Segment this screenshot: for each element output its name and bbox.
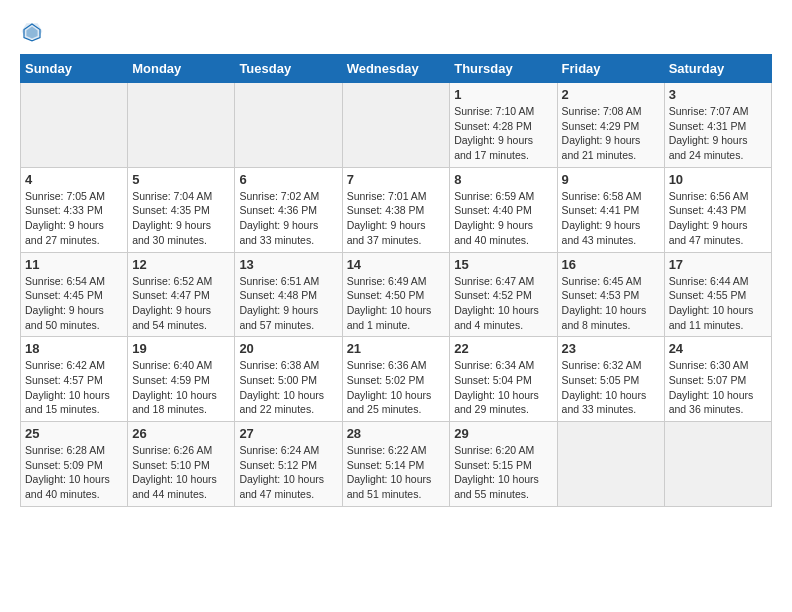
day-number: 28 — [347, 426, 446, 441]
day-info: Sunrise: 6:26 AMSunset: 5:10 PMDaylight:… — [132, 443, 230, 502]
day-number: 6 — [239, 172, 337, 187]
day-info: Sunrise: 6:32 AMSunset: 5:05 PMDaylight:… — [562, 358, 660, 417]
calendar-header-sunday: Sunday — [21, 55, 128, 83]
calendar-cell: 29Sunrise: 6:20 AMSunset: 5:15 PMDayligh… — [450, 422, 557, 507]
calendar-cell: 16Sunrise: 6:45 AMSunset: 4:53 PMDayligh… — [557, 252, 664, 337]
calendar-week-1: 1Sunrise: 7:10 AMSunset: 4:28 PMDaylight… — [21, 83, 772, 168]
calendar-header-tuesday: Tuesday — [235, 55, 342, 83]
calendar-cell: 21Sunrise: 6:36 AMSunset: 5:02 PMDayligh… — [342, 337, 450, 422]
calendar-cell: 6Sunrise: 7:02 AMSunset: 4:36 PMDaylight… — [235, 167, 342, 252]
calendar-cell: 25Sunrise: 6:28 AMSunset: 5:09 PMDayligh… — [21, 422, 128, 507]
day-info: Sunrise: 7:02 AMSunset: 4:36 PMDaylight:… — [239, 189, 337, 248]
day-number: 11 — [25, 257, 123, 272]
calendar-cell: 4Sunrise: 7:05 AMSunset: 4:33 PMDaylight… — [21, 167, 128, 252]
day-number: 20 — [239, 341, 337, 356]
calendar-cell: 20Sunrise: 6:38 AMSunset: 5:00 PMDayligh… — [235, 337, 342, 422]
day-number: 14 — [347, 257, 446, 272]
calendar-header-row: SundayMondayTuesdayWednesdayThursdayFrid… — [21, 55, 772, 83]
calendar-cell: 10Sunrise: 6:56 AMSunset: 4:43 PMDayligh… — [664, 167, 771, 252]
calendar-cell: 11Sunrise: 6:54 AMSunset: 4:45 PMDayligh… — [21, 252, 128, 337]
calendar-cell: 19Sunrise: 6:40 AMSunset: 4:59 PMDayligh… — [128, 337, 235, 422]
calendar-cell: 12Sunrise: 6:52 AMSunset: 4:47 PMDayligh… — [128, 252, 235, 337]
calendar-cell: 24Sunrise: 6:30 AMSunset: 5:07 PMDayligh… — [664, 337, 771, 422]
day-number: 22 — [454, 341, 552, 356]
day-number: 18 — [25, 341, 123, 356]
calendar-cell: 1Sunrise: 7:10 AMSunset: 4:28 PMDaylight… — [450, 83, 557, 168]
calendar-cell: 26Sunrise: 6:26 AMSunset: 5:10 PMDayligh… — [128, 422, 235, 507]
day-number: 29 — [454, 426, 552, 441]
calendar-header-thursday: Thursday — [450, 55, 557, 83]
header — [20, 20, 772, 44]
logo — [20, 20, 48, 44]
calendar-cell: 14Sunrise: 6:49 AMSunset: 4:50 PMDayligh… — [342, 252, 450, 337]
day-number: 7 — [347, 172, 446, 187]
day-number: 24 — [669, 341, 767, 356]
calendar-header-saturday: Saturday — [664, 55, 771, 83]
day-info: Sunrise: 6:42 AMSunset: 4:57 PMDaylight:… — [25, 358, 123, 417]
day-info: Sunrise: 6:28 AMSunset: 5:09 PMDaylight:… — [25, 443, 123, 502]
calendar-week-4: 18Sunrise: 6:42 AMSunset: 4:57 PMDayligh… — [21, 337, 772, 422]
day-info: Sunrise: 6:34 AMSunset: 5:04 PMDaylight:… — [454, 358, 552, 417]
day-info: Sunrise: 6:44 AMSunset: 4:55 PMDaylight:… — [669, 274, 767, 333]
day-info: Sunrise: 6:38 AMSunset: 5:00 PMDaylight:… — [239, 358, 337, 417]
day-info: Sunrise: 6:54 AMSunset: 4:45 PMDaylight:… — [25, 274, 123, 333]
day-info: Sunrise: 7:10 AMSunset: 4:28 PMDaylight:… — [454, 104, 552, 163]
calendar-cell: 28Sunrise: 6:22 AMSunset: 5:14 PMDayligh… — [342, 422, 450, 507]
calendar-cell — [128, 83, 235, 168]
calendar-cell — [235, 83, 342, 168]
calendar-cell: 27Sunrise: 6:24 AMSunset: 5:12 PMDayligh… — [235, 422, 342, 507]
calendar-cell: 23Sunrise: 6:32 AMSunset: 5:05 PMDayligh… — [557, 337, 664, 422]
day-info: Sunrise: 6:56 AMSunset: 4:43 PMDaylight:… — [669, 189, 767, 248]
day-info: Sunrise: 6:52 AMSunset: 4:47 PMDaylight:… — [132, 274, 230, 333]
day-number: 12 — [132, 257, 230, 272]
calendar-cell: 3Sunrise: 7:07 AMSunset: 4:31 PMDaylight… — [664, 83, 771, 168]
day-number: 5 — [132, 172, 230, 187]
day-info: Sunrise: 6:24 AMSunset: 5:12 PMDaylight:… — [239, 443, 337, 502]
day-number: 8 — [454, 172, 552, 187]
calendar-cell: 7Sunrise: 7:01 AMSunset: 4:38 PMDaylight… — [342, 167, 450, 252]
day-number: 13 — [239, 257, 337, 272]
logo-icon — [20, 20, 44, 44]
calendar-cell: 5Sunrise: 7:04 AMSunset: 4:35 PMDaylight… — [128, 167, 235, 252]
day-number: 10 — [669, 172, 767, 187]
calendar-week-5: 25Sunrise: 6:28 AMSunset: 5:09 PMDayligh… — [21, 422, 772, 507]
calendar-cell — [557, 422, 664, 507]
calendar-week-2: 4Sunrise: 7:05 AMSunset: 4:33 PMDaylight… — [21, 167, 772, 252]
calendar-week-3: 11Sunrise: 6:54 AMSunset: 4:45 PMDayligh… — [21, 252, 772, 337]
calendar-header-monday: Monday — [128, 55, 235, 83]
day-number: 2 — [562, 87, 660, 102]
day-number: 1 — [454, 87, 552, 102]
day-number: 4 — [25, 172, 123, 187]
day-number: 26 — [132, 426, 230, 441]
day-info: Sunrise: 6:30 AMSunset: 5:07 PMDaylight:… — [669, 358, 767, 417]
day-info: Sunrise: 6:45 AMSunset: 4:53 PMDaylight:… — [562, 274, 660, 333]
calendar-cell: 22Sunrise: 6:34 AMSunset: 5:04 PMDayligh… — [450, 337, 557, 422]
calendar-header-friday: Friday — [557, 55, 664, 83]
day-info: Sunrise: 6:22 AMSunset: 5:14 PMDaylight:… — [347, 443, 446, 502]
day-info: Sunrise: 6:40 AMSunset: 4:59 PMDaylight:… — [132, 358, 230, 417]
day-number: 23 — [562, 341, 660, 356]
day-number: 21 — [347, 341, 446, 356]
day-number: 19 — [132, 341, 230, 356]
day-info: Sunrise: 6:47 AMSunset: 4:52 PMDaylight:… — [454, 274, 552, 333]
calendar-cell — [342, 83, 450, 168]
calendar-cell: 18Sunrise: 6:42 AMSunset: 4:57 PMDayligh… — [21, 337, 128, 422]
day-info: Sunrise: 6:51 AMSunset: 4:48 PMDaylight:… — [239, 274, 337, 333]
calendar-cell — [21, 83, 128, 168]
day-number: 3 — [669, 87, 767, 102]
day-number: 16 — [562, 257, 660, 272]
calendar-header-wednesday: Wednesday — [342, 55, 450, 83]
day-info: Sunrise: 7:07 AMSunset: 4:31 PMDaylight:… — [669, 104, 767, 163]
calendar-cell — [664, 422, 771, 507]
day-info: Sunrise: 7:01 AMSunset: 4:38 PMDaylight:… — [347, 189, 446, 248]
calendar-cell: 15Sunrise: 6:47 AMSunset: 4:52 PMDayligh… — [450, 252, 557, 337]
calendar-cell: 8Sunrise: 6:59 AMSunset: 4:40 PMDaylight… — [450, 167, 557, 252]
day-number: 9 — [562, 172, 660, 187]
day-info: Sunrise: 6:49 AMSunset: 4:50 PMDaylight:… — [347, 274, 446, 333]
day-info: Sunrise: 7:08 AMSunset: 4:29 PMDaylight:… — [562, 104, 660, 163]
day-info: Sunrise: 7:05 AMSunset: 4:33 PMDaylight:… — [25, 189, 123, 248]
day-number: 27 — [239, 426, 337, 441]
day-info: Sunrise: 6:59 AMSunset: 4:40 PMDaylight:… — [454, 189, 552, 248]
calendar-cell: 2Sunrise: 7:08 AMSunset: 4:29 PMDaylight… — [557, 83, 664, 168]
day-info: Sunrise: 6:36 AMSunset: 5:02 PMDaylight:… — [347, 358, 446, 417]
